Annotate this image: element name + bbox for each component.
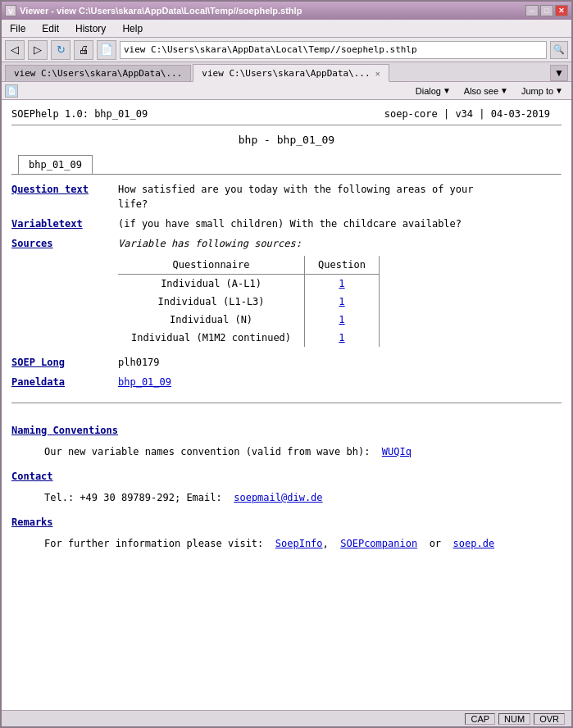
sources-italic-text: Variable has following sources:: [118, 238, 302, 249]
section-divider-1: [11, 403, 562, 403]
sources-row-1: Individual (L1-L3)1: [118, 293, 379, 311]
address-input[interactable]: [124, 44, 543, 55]
dialog-dropdown-icon: ▼: [443, 86, 451, 95]
contact-section: Contact Tel.: +49 30 89789-292; Email: s…: [11, 462, 562, 505]
tab-2[interactable]: view C:\Users\skara\AppData\... ✕: [193, 64, 389, 82]
header-divider: [11, 125, 562, 125]
sources-row: Sources Variable has following sources:: [11, 236, 562, 251]
sources-italic: Variable has following sources:: [118, 236, 562, 251]
content-toolbar: 📄 Dialog ▼ Also see ▼ Jump to ▼: [2, 82, 571, 100]
title-bar-left: V Viewer - view C:\Users\skara\AppData\L…: [5, 5, 302, 16]
tab-divider: [11, 174, 562, 175]
sources-cell-q-3: Individual (M1M2 continued): [118, 329, 305, 347]
menu-file[interactable]: File: [5, 21, 30, 36]
app-icon: V: [5, 5, 16, 16]
sources-row-2: Individual (N)1: [118, 311, 379, 329]
tab-1[interactable]: view C:\Users\skara\AppData\...: [5, 65, 191, 81]
paneldata-row: Paneldata bhp_01_09: [11, 375, 562, 389]
new-tab-button[interactable]: ▼: [550, 65, 568, 81]
remarks-section: Remarks For further information please v…: [11, 508, 562, 551]
header-left: SOEPhelp 1.0: bhp_01_09: [11, 107, 148, 121]
remarks-or: or: [430, 538, 441, 549]
close-button[interactable]: ✕: [555, 5, 568, 16]
jump-to-dropdown-icon: ▼: [555, 86, 563, 95]
jump-to-label: Jump to: [521, 86, 553, 96]
variable-value: (if you have small children) With the ch…: [118, 216, 562, 231]
dialog-button[interactable]: Dialog ▼: [411, 85, 456, 97]
back-button[interactable]: ◁: [5, 40, 25, 60]
sources-row-0: Individual (A-L1)1: [118, 274, 379, 293]
also-see-button[interactable]: Also see ▼: [459, 85, 513, 97]
sources-cell-n-0[interactable]: 1: [305, 274, 380, 293]
contact-text-content: Tel.: +49 30 89789-292; Email:: [44, 492, 222, 503]
maximize-button[interactable]: □: [540, 5, 553, 16]
sources-cell-n-1[interactable]: 1: [305, 293, 380, 311]
remarks-heading: Remarks: [11, 515, 53, 530]
status-cap: CAP: [465, 713, 495, 725]
naming-heading: Naming Conventions: [11, 423, 118, 438]
dialog-label: Dialog: [416, 86, 441, 96]
forward-button[interactable]: ▷: [28, 40, 48, 60]
sources-label: Sources: [11, 236, 118, 251]
remarks-text-before: For further information please visit:: [44, 538, 263, 549]
tab-1-label: view C:\Users\skara\AppData\...: [14, 68, 182, 79]
sources-table: Questionnaire Question Individual (A-L1)…: [118, 256, 380, 347]
paneldata-label: Paneldata: [11, 375, 118, 389]
naming-text: Our new variable names convention (valid…: [44, 444, 562, 459]
window-title: Viewer - view C:\Users\skara\AppData\Loc…: [20, 6, 302, 16]
var-tab-label: bhp_01_09: [18, 155, 93, 174]
title-bar: V Viewer - view C:\Users\skara\AppData\L…: [2, 2, 571, 20]
status-ovr: OVR: [534, 713, 565, 725]
title-buttons: ─ □ ✕: [525, 5, 568, 16]
sources-cell-q-1: Individual (L1-L3): [118, 293, 305, 311]
main-content: SOEPhelp 1.0: bhp_01_09 soep-core | v34 …: [2, 100, 571, 710]
question-value: How satisfied are you today with the fol…: [118, 182, 562, 212]
reload-button[interactable]: ↻: [51, 40, 70, 60]
menu-history[interactable]: History: [70, 21, 111, 36]
contact-text: Tel.: +49 30 89789-292; Email: soepmail@…: [44, 490, 562, 505]
tab-section: bhp_01_09: [11, 155, 562, 175]
remarks-link3[interactable]: soep.de: [453, 538, 495, 549]
also-see-label: Also see: [464, 86, 498, 96]
sources-col-question: Question: [305, 256, 380, 275]
naming-text-before: Our new variable names convention (valid…: [44, 446, 370, 457]
also-see-dropdown-icon: ▼: [500, 86, 508, 95]
remarks-text: For further information please visit: So…: [44, 536, 562, 551]
tab-bar: view C:\Users\skara\AppData\... view C:\…: [2, 62, 571, 82]
sources-cell-n-3[interactable]: 1: [305, 329, 380, 347]
naming-link[interactable]: WUQIq: [382, 446, 412, 457]
remarks-link2[interactable]: SOEPcompanion: [340, 538, 417, 549]
paneldata-value: bhp_01_09: [118, 375, 562, 389]
paneldata-link[interactable]: bhp_01_09: [118, 376, 171, 388]
address-bar[interactable]: [120, 41, 547, 59]
soep-long-row: SOEP Long plh0179: [11, 355, 562, 370]
minimize-button[interactable]: ─: [525, 5, 539, 16]
sources-row-3: Individual (M1M2 continued)1: [118, 329, 379, 347]
menu-edit[interactable]: Edit: [37, 21, 64, 36]
remarks-link1[interactable]: SoepInfo: [275, 538, 323, 549]
header-line: SOEPhelp 1.0: bhp_01_09 soep-core | v34 …: [11, 107, 562, 121]
sources-cell-q-0: Individual (A-L1): [118, 274, 305, 293]
soep-long-value: plh0179: [118, 355, 562, 370]
sources-cell-q-2: Individual (N): [118, 311, 305, 329]
question-row: Question text How satisfied are you toda…: [11, 182, 562, 212]
toolbar: ◁ ▷ ↻ 🖨 📄 🔍: [2, 38, 571, 62]
tab-2-close[interactable]: ✕: [375, 69, 380, 78]
soep-long-label: SOEP Long: [11, 355, 118, 370]
jump-to-button[interactable]: Jump to ▼: [516, 85, 568, 97]
sources-cell-n-2[interactable]: 1: [305, 311, 380, 329]
menu-bar: File Edit History Help: [2, 20, 571, 38]
sources-col-questionnaire: Questionnaire: [118, 256, 305, 275]
bookmark-button[interactable]: 📄: [97, 40, 116, 60]
page-title: bhp - bhp_01_09: [11, 132, 562, 148]
naming-section: Naming Conventions Our new variable name…: [11, 416, 562, 459]
contact-email[interactable]: soepmail@diw.de: [234, 492, 322, 503]
print-button[interactable]: 🖨: [74, 40, 93, 60]
variable-label: Variabletext: [11, 216, 118, 231]
menu-help[interactable]: Help: [117, 21, 148, 36]
page-icon: 📄: [5, 84, 18, 98]
tab-2-label: view C:\Users\skara\AppData\...: [202, 68, 370, 79]
question-label: Question text: [11, 182, 118, 212]
main-window: V Viewer - view C:\Users\skara\AppData\L…: [0, 0, 573, 728]
search-button[interactable]: 🔍: [550, 41, 568, 59]
